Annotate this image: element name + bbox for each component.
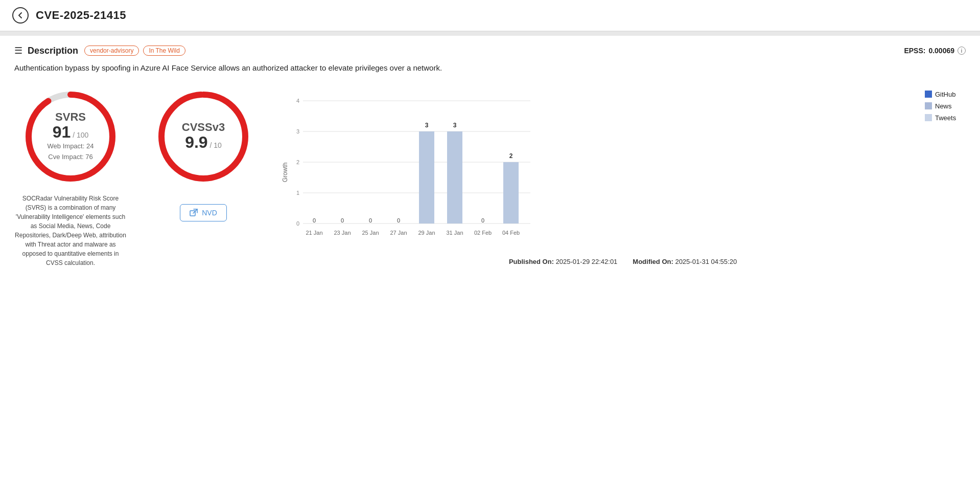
published-value: 2025-01-29 22:42:01 <box>556 258 618 265</box>
svg-text:0: 0 <box>296 220 299 227</box>
external-link-icon <box>190 209 198 217</box>
legend-news-color <box>925 102 932 109</box>
svg-text:3: 3 <box>296 128 299 135</box>
svg-point-1 <box>29 95 112 178</box>
svg-text:0: 0 <box>341 217 344 224</box>
svg-text:2: 2 <box>296 159 299 165</box>
cvss-section: CVSSv3 9.9 / 10 NVD <box>147 85 260 221</box>
description-text: Authentication bypass by spoofing in Azu… <box>14 62 966 74</box>
modified-value: 2025-01-31 04:55:20 <box>675 258 737 265</box>
svg-text:0: 0 <box>313 217 316 224</box>
svg-text:23 Jan: 23 Jan <box>334 230 351 236</box>
epss-label: EPSS: <box>904 47 925 55</box>
legend-tweets-label: Tweets <box>935 114 956 122</box>
svg-text:02 Feb: 02 Feb <box>474 230 492 236</box>
legend-news-label: News <box>935 102 952 110</box>
svg-text:31 Jan: 31 Jan <box>446 230 463 236</box>
chart-legend: GitHub News Tweets <box>925 85 966 251</box>
svg-text:4: 4 <box>296 98 299 104</box>
published-row: Published On: 2025-01-29 22:42:01 Modifi… <box>280 258 966 265</box>
svg-text:0: 0 <box>397 217 400 224</box>
chart-wrapper: Growth 4 3 2 1 0 <box>280 85 966 251</box>
main-content: ☰ Description vendor-advisory In The Wil… <box>0 36 980 280</box>
published-label: Published On: <box>509 258 554 265</box>
svg-text:25 Jan: 25 Jan <box>362 230 379 236</box>
svg-text:21 Jan: 21 Jan <box>306 230 322 236</box>
tag-in-the-wild[interactable]: In The Wild <box>143 46 185 56</box>
svg-text:27 Jan: 27 Jan <box>390 230 407 236</box>
description-title: Description <box>28 46 78 56</box>
svrs-circle: SVRS 91 / 100 Web Impact: 24 Cve Impact:… <box>19 85 122 188</box>
legend-tweets: Tweets <box>925 114 966 122</box>
svg-text:3: 3 <box>453 122 457 129</box>
epss-info-icon[interactable]: i <box>958 47 966 55</box>
svg-point-3 <box>161 95 245 178</box>
legend-github-color <box>925 91 932 98</box>
top-header: CVE-2025-21415 <box>0 0 980 32</box>
description-header-row: ☰ Description vendor-advisory In The Wil… <box>14 45 966 56</box>
svg-rect-27 <box>419 131 434 224</box>
svg-text:1: 1 <box>296 190 299 196</box>
svg-text:0: 0 <box>369 217 372 224</box>
nvd-button[interactable]: NVD <box>180 204 227 221</box>
modified-on: Modified On: 2025-01-31 04:55:20 <box>633 258 737 265</box>
back-button[interactable] <box>12 7 29 24</box>
svg-text:04 Feb: 04 Feb <box>502 230 520 236</box>
page-title: CVE-2025-21415 <box>36 9 126 22</box>
legend-github-label: GitHub <box>935 91 955 98</box>
svg-text:0: 0 <box>481 217 484 224</box>
cvss-circle: CVSSv3 9.9 / 10 <box>152 85 254 188</box>
scores-chart-row: SVRS 91 / 100 Web Impact: 24 Cve Impact:… <box>14 85 966 267</box>
svrs-description: SOCRadar Vulnerability Risk Score (SVRS)… <box>14 194 127 267</box>
modified-label: Modified On: <box>633 258 673 265</box>
epss-value: 0.00069 <box>928 47 954 55</box>
legend-github: GitHub <box>925 91 966 98</box>
epss-section: EPSS: 0.00069 i <box>904 47 966 55</box>
nvd-button-label: NVD <box>202 209 217 217</box>
chart-area: Growth 4 3 2 1 0 <box>280 85 915 251</box>
tag-vendor-advisory[interactable]: vendor-advisory <box>84 46 139 56</box>
list-icon: ☰ <box>14 45 22 56</box>
chart-section: Growth 4 3 2 1 0 <box>280 85 966 265</box>
legend-news: News <box>925 102 966 110</box>
svg-rect-30 <box>447 131 462 224</box>
svg-text:29 Jan: 29 Jan <box>418 230 435 236</box>
svg-text:2: 2 <box>509 152 513 160</box>
legend-tweets-color <box>925 114 932 121</box>
y-axis-label: Growth <box>282 162 289 182</box>
divider-bar <box>0 32 980 36</box>
svg-rect-36 <box>503 162 519 224</box>
published-on: Published On: 2025-01-29 22:42:01 <box>509 258 617 265</box>
svg-text:3: 3 <box>425 122 429 129</box>
bar-chart-svg: Growth 4 3 2 1 0 <box>280 85 556 249</box>
svrs-section: SVRS 91 / 100 Web Impact: 24 Cve Impact:… <box>14 85 127 267</box>
